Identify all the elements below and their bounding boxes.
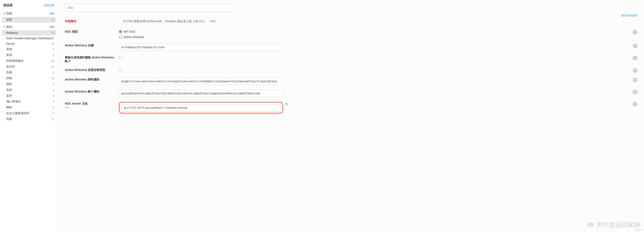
radio-label: MIT KDC (124, 30, 136, 33)
radio-active-directory[interactable]: Active Directory (119, 35, 283, 39)
facet-label: Multi Cloudera Manager Dashboard (6, 36, 52, 40)
setting-label: Active Directory 设置加密类型 (65, 68, 119, 72)
search-input[interactable] (65, 4, 233, 12)
help-icon[interactable]: ? (633, 102, 637, 106)
facet-count: 5 (52, 106, 54, 109)
scope-list: 设置 23 (2, 17, 56, 23)
facet-count: 39 (51, 59, 54, 62)
setting-label: Active Directory 密码属性 (65, 78, 119, 82)
help-icon[interactable]: ? (633, 90, 637, 94)
help-icon[interactable]: ? (633, 78, 637, 82)
category-item[interactable]: 安全性15 (2, 64, 56, 70)
category-item[interactable]: 外部身份验证39 (2, 58, 56, 64)
setting-label: Active Directory 帐户属性 (65, 90, 119, 94)
ad-regen-delete-checkbox[interactable] (119, 56, 122, 59)
category-item[interactable]: Parcel15 (2, 41, 56, 46)
category-item[interactable]: 网络5 (2, 104, 56, 110)
category-title: 类别 (6, 25, 12, 29)
scope-clear-link[interactable]: 清除 (49, 12, 55, 16)
radio-icon (119, 36, 122, 39)
setting-ad-enc-type: Active Directory 设置加密类型 ? (65, 66, 637, 75)
facet-label: 设置 (6, 18, 12, 22)
radio-icon (119, 30, 122, 33)
facet-label: 性能 (6, 71, 12, 74)
facet-count: 11 (51, 118, 54, 121)
ad-pw-attr-input[interactable] (119, 78, 283, 85)
refresh-icon[interactable]: ↻ (285, 102, 288, 106)
setting-ad-suffix: Active Directory 后缀 ? (65, 41, 637, 53)
main-content: 显示所有说明 常规警告 为 CDH 群集启用 Kerberos 时，Cloude… (58, 0, 644, 232)
facet-label: 报告 (6, 82, 12, 86)
category-item[interactable]: 高级11 (2, 116, 56, 122)
kdc-host-input[interactable] (122, 104, 280, 111)
facet-count: 1 (52, 82, 54, 86)
facet-label: 网络 (6, 106, 12, 109)
radio-label: Active Directory (124, 35, 144, 39)
warning-label: 常规警告 (65, 20, 115, 23)
radio-mit-kdc[interactable]: MIT KDC (119, 30, 283, 33)
category-item[interactable]: 性能1 (2, 70, 56, 76)
help-icon[interactable]: ? (633, 44, 637, 48)
setting-ad-pw-attr: Active Directory 密码属性 ? (65, 75, 637, 87)
help-icon[interactable]: ? (633, 68, 637, 73)
facet-label: 自定义服务描述符 (6, 112, 30, 115)
facet-count: 2 (52, 112, 54, 115)
facet-count: 15 (51, 42, 54, 45)
facet-label: 安全性 (6, 65, 15, 68)
setting-label: 重新生成凭据时删除 Active Directory 帐户 (65, 56, 119, 63)
category-item[interactable]: 端口和地址4 (2, 99, 56, 104)
facet-label: 外部身份验证 (6, 59, 24, 63)
category-item[interactable]: Multi Cloudera Manager Dashboard2 (2, 36, 56, 41)
facet-label: 高级 (6, 117, 12, 121)
kdc-host-highlight (119, 102, 283, 114)
category-item[interactable]: 支持9 (2, 87, 56, 93)
category-item[interactable]: 报告1 (2, 81, 56, 87)
sidebar-title: 筛选器 (3, 3, 13, 7)
facet-count: 78 (51, 77, 54, 80)
facet-label: 其他 (6, 48, 12, 51)
setting-kdc-host: KDC Server 主机 kdc ↻ ? (65, 99, 637, 116)
category-item[interactable]: 抑制78 (2, 76, 56, 81)
category-clear-link[interactable]: 清除 (49, 25, 55, 29)
category-list: Kerberos23Multi Cloudera Manager Dashboa… (2, 30, 56, 122)
category-item[interactable]: 复制2 (2, 52, 56, 58)
scope-header[interactable]: 范围 清除 (2, 10, 56, 17)
facet-label: 复制 (6, 53, 12, 57)
category-header[interactable]: 类别 清除 (2, 24, 56, 30)
facet-count: 4 (52, 100, 54, 103)
warning-text: 为 CDH 群集启用 Kerberos 时，Cloudera 建议至少是 1 级… (123, 20, 207, 23)
setting-ad-acct-attr: Active Directory 帐户属性 ? (65, 87, 637, 99)
setting-label: KDC Server 主机 kdc (65, 102, 119, 109)
kdc-type-radio-group: MIT KDC Active Directory (119, 30, 283, 39)
facet-label: 支持 (6, 88, 12, 92)
ad-enc-type-checkbox[interactable] (119, 68, 122, 71)
category-item[interactable]: Kerberos23 (2, 30, 56, 36)
ad-suffix-input[interactable] (119, 44, 283, 51)
facet-count: 2 (52, 54, 54, 57)
ad-acct-attr-input[interactable] (119, 90, 283, 97)
category-item[interactable]: 其他8 (2, 46, 56, 52)
facet-label: Parcel (6, 42, 14, 45)
facet-count: 3 (52, 94, 54, 98)
facet-count: 2 (52, 36, 54, 40)
setting-label: Active Directory 后缀 (65, 44, 119, 48)
setting-kdc-type: KDC 类型 MIT KDC Active Directory ? (65, 28, 637, 41)
suppress-link[interactable]: 抑制... (210, 20, 218, 23)
facet-count: 15 (51, 65, 54, 68)
help-icon[interactable]: ? (633, 30, 637, 34)
scope-title: 范围 (6, 12, 12, 16)
category-item[interactable]: 自定义服务描述符2 (2, 110, 56, 116)
scope-item-settings[interactable]: 设置 23 (2, 17, 56, 23)
filter-sidebar: 筛选器 清除全部 范围 清除 设置 23 类别 清除 Kerberos23Mul… (0, 0, 58, 232)
chevron-down-icon (3, 26, 6, 28)
clear-all-link[interactable]: 清除全部 (44, 4, 55, 7)
facet-count: 1 (52, 71, 54, 74)
show-all-desc-link[interactable]: 显示所有说明 (621, 14, 637, 18)
category-item[interactable]: 监控3 (2, 93, 56, 99)
facet-count: 8 (52, 48, 54, 51)
help-icon[interactable]: ? (633, 56, 637, 60)
facet-label: 监控 (6, 94, 12, 98)
warning-row: 常规警告 为 CDH 群集启用 Kerberos 时，Cloudera 建议至少… (65, 20, 637, 23)
facet-count: 23 (51, 31, 54, 34)
chevron-down-icon (3, 13, 6, 14)
